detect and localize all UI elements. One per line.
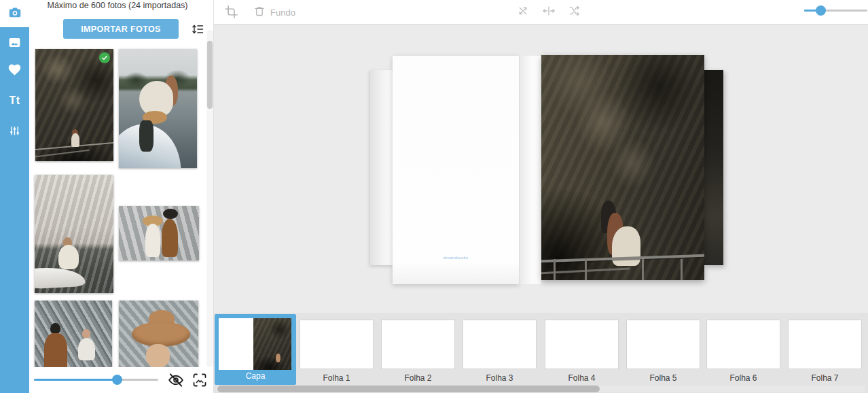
railing-post <box>642 259 644 280</box>
eye-off-icon[interactable] <box>167 371 185 392</box>
page-thumbnail <box>463 320 537 369</box>
photo-thumbnail-1[interactable] <box>35 49 113 161</box>
toolbar-center-icons <box>516 4 581 20</box>
book-canvas: dreambooks <box>214 25 868 313</box>
filmstrip-page-label: Folha 5 <box>626 373 700 383</box>
back-cover-page[interactable]: dreambooks <box>393 56 519 284</box>
railing-shape <box>35 150 90 158</box>
swap-diagonal-icon[interactable] <box>516 4 530 20</box>
boat-shape <box>119 116 192 168</box>
filmstrip-page-label: Folha 3 <box>463 373 537 383</box>
camera-icon <box>7 5 22 22</box>
canvas-toolbar: Fundo <box>214 0 868 25</box>
front-cover-photo[interactable] <box>541 55 704 280</box>
capa-thumbnail-photo <box>253 318 291 370</box>
figure-shape <box>50 323 60 335</box>
figure-shape <box>78 338 95 360</box>
filmstrip-page-label: Folha 4 <box>545 373 619 383</box>
page-thumbnail <box>545 320 619 369</box>
sidebar-tab-text[interactable]: Tt <box>0 87 29 114</box>
filmstrip-page-folha-4[interactable]: Folha 4 <box>545 313 619 385</box>
figure-shape <box>162 219 179 257</box>
photo-list-scrollbar[interactable] <box>207 41 213 109</box>
back-cover-wrap <box>370 70 393 265</box>
photo-count-header: Máximo de 600 fotos (24 importadas) <box>29 1 206 10</box>
filmstrip-page-folha-6[interactable]: Folha 6 <box>706 313 780 385</box>
filmstrip-page-folha-7[interactable]: Folha 7 <box>788 313 862 385</box>
photobook-editor: Tt Máximo de 600 fotos (24 importadas) I… <box>0 0 868 393</box>
railing-post <box>681 259 683 280</box>
filmstrip-page-folha-5[interactable]: Folha 5 <box>626 313 700 385</box>
photo-thumbnail-3[interactable] <box>35 175 113 293</box>
capa-thumbnail <box>219 318 291 370</box>
text-icon: Tt <box>9 95 20 107</box>
figure-shape <box>82 329 91 339</box>
trash-icon <box>253 5 266 20</box>
figure-shape <box>44 333 67 372</box>
photo-thumbnail-6[interactable] <box>119 301 198 375</box>
sidebar-tab-photos[interactable] <box>0 0 29 27</box>
filmstrip-page-folha-1[interactable]: Folha 1 <box>300 313 374 385</box>
filmstrip-page-label: Folha 2 <box>381 373 455 383</box>
railing-post <box>585 259 587 280</box>
page-thumbnail <box>706 320 780 369</box>
thumbnail-size-slider-fill <box>34 379 117 381</box>
filmstrip-page-label: Folha 6 <box>706 373 780 383</box>
filmstrip-page-folha-2[interactable]: Folha 2 <box>381 313 455 385</box>
filmstrip-page-label: Capa <box>215 371 296 381</box>
line-spacing-icon[interactable] <box>191 22 204 39</box>
tune-icon <box>8 124 21 140</box>
figure-shape <box>146 344 170 368</box>
front-cover-bleed <box>704 70 723 265</box>
filmstrip-scrollbar[interactable] <box>217 386 600 392</box>
image-frame-icon[interactable] <box>192 372 208 391</box>
sidebar-tab-settings[interactable] <box>0 118 29 146</box>
photo-thumbnail-4[interactable] <box>119 206 199 260</box>
page-thumbnail <box>300 320 374 369</box>
figure-shape <box>145 224 160 258</box>
photo-thumbnail-2[interactable] <box>119 49 197 168</box>
railing-post <box>554 259 556 280</box>
brand-logo-text: dreambooks <box>393 256 519 260</box>
filmstrip-page-folha-3[interactable]: Folha 3 <box>463 313 537 385</box>
background-button[interactable]: Fundo <box>253 5 295 20</box>
used-check-badge <box>99 52 110 63</box>
background-button-label: Fundo <box>270 7 295 18</box>
hat-shape <box>132 322 191 347</box>
page-thumbnail <box>381 320 455 369</box>
thumbnail-size-slider[interactable] <box>112 375 122 385</box>
filmstrip-page-label: Folha 1 <box>300 373 374 383</box>
image-icon <box>7 35 22 52</box>
page-thumbnail <box>626 320 700 369</box>
figure-shape <box>58 245 79 270</box>
heart-icon <box>7 63 22 80</box>
sidebar-tab-layouts[interactable] <box>0 30 29 57</box>
zoom-slider[interactable] <box>816 5 826 16</box>
hat-shape <box>163 209 178 219</box>
shuffle-icon[interactable] <box>568 4 581 20</box>
figure-shape <box>139 120 153 152</box>
book-spine <box>519 56 541 284</box>
page-thumbnail <box>788 320 862 369</box>
expand-horizontal-icon[interactable] <box>542 4 556 20</box>
photo-panel: Máximo de 600 fotos (24 importadas) IMPO… <box>29 0 214 393</box>
crop-icon[interactable] <box>224 5 238 22</box>
import-photos-button[interactable]: IMPORTAR FOTOS <box>63 19 179 39</box>
photo-thumbnail-5[interactable] <box>35 301 112 375</box>
filmstrip-page-capa[interactable]: Capa <box>215 314 296 385</box>
photo-panel-footer <box>29 367 213 393</box>
filmstrip-page-label: Folha 7 <box>788 373 862 383</box>
figure-shape <box>276 354 281 362</box>
sidebar-tab-favorites[interactable] <box>0 57 29 84</box>
pages-filmstrip: Capa Folha 1 Folha 2 Folha 3 Folha 4 Fol… <box>214 313 868 393</box>
figure-shape <box>71 133 79 147</box>
sidebar: Tt <box>0 0 29 393</box>
boat-shape <box>35 266 86 289</box>
